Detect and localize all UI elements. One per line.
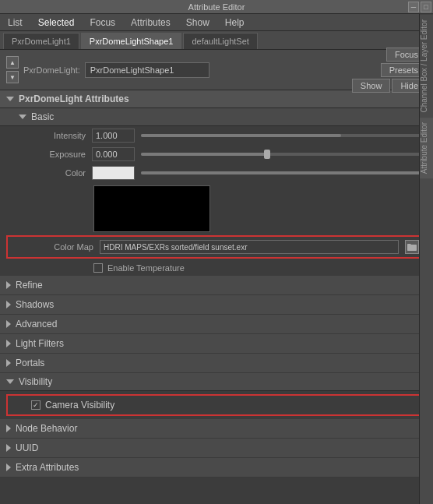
exposure-row: Exposure (0, 145, 433, 164)
camera-visibility-checkbox[interactable] (31, 400, 40, 410)
color-label: Color (31, 168, 86, 178)
right-panel-label1: Channel Box / Layer Editor (420, 14, 433, 118)
intensity-row: Intensity (0, 126, 433, 145)
colormap-row: Color Map (6, 235, 427, 259)
section-visibility[interactable]: Visibility (0, 373, 433, 391)
color-slider[interactable] (141, 171, 427, 174)
color-slider-fill (141, 171, 427, 174)
intensity-label: Intensity (31, 131, 86, 140)
extra-attrs-triangle (6, 463, 11, 471)
section-shadows[interactable]: Shadows (0, 295, 433, 315)
controls-row: ▲ ▼ PxrDomeLight: Focus Presets Show Hid… (0, 50, 433, 90)
right-panel-label2: Attribute Editor (420, 118, 433, 178)
section-basic[interactable]: Basic (0, 108, 433, 126)
pxrdomelight-input[interactable] (85, 62, 209, 78)
section-portals[interactable]: Portals (0, 354, 433, 373)
title-bar-title: Attribute Editor (188, 2, 245, 12)
collapse-triangle-main (6, 97, 14, 101)
menu-list[interactable]: List (5, 16, 26, 30)
intensity-slider-fill (141, 134, 341, 137)
section-pxrdomelight-title: PxrDomeLight Attributes (19, 93, 129, 104)
portals-label: Portals (16, 358, 44, 368)
right-panel: Channel Box / Layer Editor Attribute Edi… (419, 14, 433, 504)
title-bar: Attribute Editor ─ □ (0, 0, 433, 14)
light-filters-triangle (6, 340, 11, 347)
enable-temperature-label: Enable Temperature (107, 263, 185, 273)
menu-attributes[interactable]: Attributes (128, 16, 174, 30)
uuid-triangle (6, 444, 11, 452)
minimize-button[interactable]: ─ (408, 2, 419, 12)
section-refine[interactable]: Refine (0, 276, 433, 295)
title-bar-controls[interactable]: ─ □ (408, 2, 431, 12)
exposure-slider-thumb[interactable] (264, 150, 270, 159)
shadows-triangle (6, 301, 11, 308)
menu-focus[interactable]: Focus (86, 16, 118, 30)
camera-visibility-label: Camera Visibility (45, 400, 114, 411)
camera-visibility-row: Camera Visibility (6, 394, 427, 416)
exposure-input[interactable] (92, 147, 135, 161)
pxrdomelight-label: PxrDomeLight: (23, 65, 80, 75)
node-behavior-label: Node Behavior (16, 423, 77, 434)
section-light-filters[interactable]: Light Filters (0, 334, 433, 354)
intensity-slider[interactable] (141, 134, 427, 137)
tab-pxrdomelight1[interactable]: PxrDomeLight1 (3, 33, 79, 49)
advanced-triangle (6, 320, 11, 328)
tab-defaultlightset[interactable]: defaultLightSet (183, 33, 257, 49)
section-uuid[interactable]: UUID (0, 439, 433, 458)
portals-triangle (6, 359, 11, 367)
preview-area (93, 185, 210, 232)
section-node-behavior[interactable]: Node Behavior (0, 419, 433, 439)
maximize-button[interactable]: □ (421, 2, 431, 12)
main-content: PxrDomeLight Attributes Basic Intensity … (0, 90, 433, 504)
color-swatch[interactable] (92, 166, 135, 180)
colormap-input[interactable] (100, 240, 399, 254)
arrow-down-btn[interactable]: ▼ (6, 71, 19, 83)
menu-bar: List Selected Focus Attributes Show Help (0, 14, 433, 31)
extra-attrs-label: Extra Attributes (16, 462, 79, 473)
refine-label: Refine (16, 280, 43, 291)
intensity-input[interactable] (92, 129, 135, 143)
color-row: Color (0, 164, 433, 182)
collapse-triangle-basic (19, 115, 26, 119)
colormap-label: Color Map (39, 242, 93, 252)
menu-help[interactable]: Help (222, 16, 248, 30)
show-button[interactable]: Show (352, 79, 391, 93)
menu-selected[interactable]: Selected (35, 16, 78, 30)
enable-temperature-checkbox[interactable] (93, 263, 103, 273)
visibility-title: Visibility (19, 376, 52, 387)
section-basic-title: Basic (31, 111, 54, 122)
arrow-up-btn[interactable]: ▲ (6, 56, 19, 69)
uuid-label: UUID (16, 442, 38, 453)
section-advanced[interactable]: Advanced (0, 315, 433, 334)
section-extra-attributes[interactable]: Extra Attributes (0, 458, 433, 478)
folder-icon[interactable] (405, 240, 419, 254)
exposure-slider[interactable] (141, 153, 427, 156)
advanced-label: Advanced (16, 319, 57, 330)
node-behavior-triangle (6, 425, 11, 432)
enable-temperature-row: Enable Temperature (0, 260, 433, 276)
visibility-triangle (6, 379, 14, 384)
refine-triangle (6, 281, 11, 289)
section-pxrdomelight-attrs[interactable]: PxrDomeLight Attributes (0, 90, 433, 108)
exposure-slider-fill (141, 153, 269, 156)
tab-pxrdomelightshape1[interactable]: PxrDomeLightShape1 (81, 33, 182, 49)
shadows-label: Shadows (16, 299, 54, 310)
menu-show[interactable]: Show (183, 16, 213, 30)
light-filters-label: Light Filters (16, 338, 64, 349)
exposure-label: Exposure (31, 150, 86, 159)
